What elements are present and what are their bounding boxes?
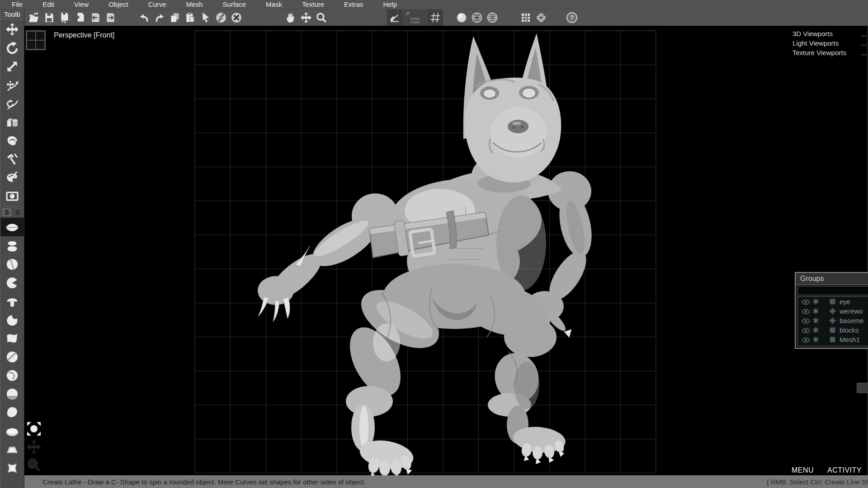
menu-item-mesh[interactable]: Mesh [176,0,213,9]
tool-primitives[interactable] [0,113,24,131]
diamond-wire-button[interactable] [533,10,549,25]
groups-filter-input[interactable] [797,286,868,295]
brush-double-disc[interactable] [0,236,24,255]
angle-protractor-button[interactable] [387,9,402,26]
restrict-icon [215,12,227,23]
wire-sphere-button[interactable] [469,10,485,25]
group-row-Mesh1[interactable]: Mesh1 [798,335,868,344]
menu-item-edit[interactable]: Edit [33,0,64,9]
viewport-menu-light[interactable]: Light Viewports ... [793,38,867,48]
freeze-icon[interactable] [812,298,819,305]
menu-item-curve[interactable]: Curve [138,0,176,9]
group-row-baseme[interactable]: baseme [798,316,868,325]
symmetry-toggle-right[interactable]: S [13,208,22,216]
ellipsis[interactable]: ... [861,38,867,48]
zoom-button[interactable] [314,10,329,25]
menu-item-surface[interactable]: Surface [212,0,256,9]
copy-button[interactable] [167,10,183,25]
tool-move[interactable] [0,20,24,38]
menu-item-file[interactable]: File [0,0,33,9]
tool-scale[interactable] [0,57,24,75]
help-button[interactable]: ? [564,10,580,25]
pan-hand-button[interactable] [283,10,298,25]
undo-button[interactable] [137,10,152,25]
sidebar-header[interactable]: Toolb [0,9,24,20]
redo-button[interactable] [152,10,167,25]
freeze-icon[interactable] [812,317,819,324]
file-forward-button[interactable] [103,10,118,25]
brush-plunger[interactable] [0,292,24,310]
ellipsis[interactable]: ... [861,48,867,57]
brush-blob[interactable] [0,403,24,422]
save-plus-button[interactable]: +1 [57,10,72,25]
visibility-eye-icon[interactable] [802,337,810,343]
brush-groove-sphere[interactable] [0,255,24,273]
shaded-sphere-button[interactable] [454,10,469,25]
paste-button[interactable] [183,10,198,25]
tool-rotate[interactable] [0,38,24,57]
tool-render[interactable] [0,187,24,205]
brush-notch-sphere[interactable] [0,273,24,292]
viewport-menu-texture[interactable]: Texture Viewports ... [793,48,867,57]
grid-view-button[interactable] [518,10,533,25]
file-forward-icon [105,12,117,23]
focus-view-button[interactable] [26,421,42,437]
zoom-view-button[interactable] [26,457,42,473]
open-button[interactable] [26,10,42,25]
select-cursor-button[interactable] [198,10,213,25]
group-row-werewo[interactable]: werewo [798,306,868,316]
group-row-eye[interactable]: eye [798,297,868,306]
menu-item-object[interactable]: Object [99,0,138,9]
brush-dome[interactable] [0,422,24,440]
ellipsis[interactable]: ... [861,29,867,38]
groups-panel-title[interactable]: Groups [796,273,868,285]
menu-item-texture[interactable]: Texture [292,0,334,9]
visibility-eye-icon[interactable] [802,318,810,324]
viewport-3d[interactable]: Perspective [Front] 3D Viewports ... Lig… [24,26,868,476]
draw-point-button[interactable]: DRAW POINT [402,9,428,26]
brush-bite-sphere[interactable] [0,310,24,329]
brush-trapezoid[interactable] [0,440,24,459]
freeze-icon[interactable] [812,336,819,343]
file-back-button[interactable] [88,10,103,25]
tool-paint[interactable] [0,168,24,187]
visibility-eye-icon[interactable] [802,299,810,305]
menu-item-help[interactable]: Help [373,0,407,9]
brush-lathe[interactable] [0,218,24,236]
brush-pillow[interactable] [0,459,24,477]
viewport-menu-3d[interactable]: 3D Viewports ... [793,29,867,38]
tool-soft-rotate[interactable] [0,94,24,113]
grid-snap-button[interactable] [428,9,443,26]
import-button[interactable] [72,10,88,25]
move-view-button[interactable] [298,10,314,25]
tool-smudge[interactable] [0,131,24,150]
brush-stripe-sphere[interactable] [0,347,24,366]
freeze-icon[interactable] [812,308,819,314]
brush-half-shaded-sphere[interactable] [0,385,24,403]
brush-swirl-sphere[interactable] [0,366,24,385]
wire-sphere-low-button[interactable] [485,10,500,25]
viewport-type-menu: 3D Viewports ... Light Viewports ... Tex… [793,29,867,57]
freeze-icon[interactable] [812,327,819,333]
viewport-title: Perspective [Front] [54,31,114,39]
tool-soft-move[interactable] [0,75,24,94]
symmetry-toggle-left[interactable]: S [2,208,11,216]
brush-ribbon[interactable] [0,329,24,347]
model-werewolf[interactable] [237,26,594,476]
activity-button[interactable]: ACTIVITY [827,466,862,474]
restrict-button[interactable] [213,10,229,25]
status-message: Create Lathe - Draw a C- Shape to spin a… [24,478,366,486]
panel-handle[interactable] [857,383,868,393]
pan-view-button[interactable] [26,439,42,455]
quad-view-icon[interactable] [26,30,46,50]
group-row-blocks[interactable]: blocks [798,325,868,335]
visibility-eye-icon[interactable] [802,327,810,333]
menu-item-extras[interactable]: Extras [334,0,373,9]
menu-button[interactable]: MENU [792,466,814,474]
visibility-eye-icon[interactable] [802,308,810,314]
save-button[interactable] [42,10,57,25]
menu-item-view[interactable]: View [64,0,99,9]
tool-build-tools[interactable] [0,150,24,168]
delete-button[interactable] [229,10,244,25]
menu-item-mask[interactable]: Mask [256,0,292,9]
